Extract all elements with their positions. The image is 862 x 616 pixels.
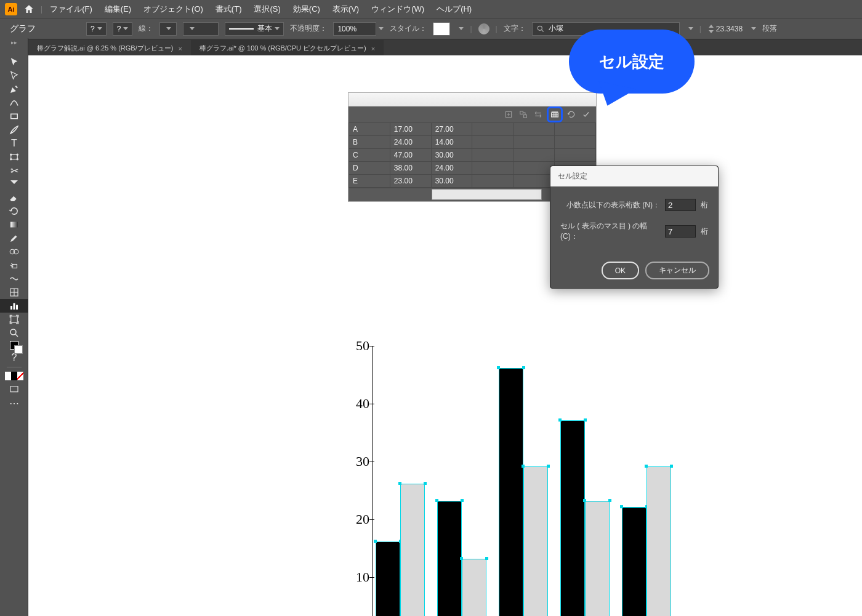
- paintbrush-tool[interactable]: [0, 123, 28, 137]
- ok-button[interactable]: OK: [602, 262, 639, 279]
- gradient-tool[interactable]: [0, 218, 28, 231]
- table-cell[interactable]: [472, 162, 514, 175]
- table-cell[interactable]: [472, 175, 514, 188]
- bar-a-s1[interactable]: [376, 542, 400, 616]
- apply-icon[interactable]: [580, 108, 592, 121]
- bar-b-s1[interactable]: [437, 501, 462, 616]
- app-logo[interactable]: Ai: [5, 3, 17, 15]
- cell-style-icon[interactable]: [547, 106, 563, 122]
- graph-data-titlebar[interactable]: [348, 93, 596, 106]
- opacity-field[interactable]: 100%: [333, 22, 376, 36]
- menu-file[interactable]: ファイル(F): [45, 1, 97, 17]
- table-cell[interactable]: [514, 175, 555, 188]
- menu-window[interactable]: ウィンドウ(W): [366, 1, 429, 17]
- stroke-style-field[interactable]: 基本: [225, 22, 284, 36]
- table-cell[interactable]: 23.00: [390, 175, 431, 188]
- blend-tool[interactable]: [0, 245, 28, 258]
- mesh-tool[interactable]: [0, 286, 28, 299]
- table-cell[interactable]: [514, 136, 555, 149]
- pen-tool[interactable]: [0, 82, 28, 96]
- panel-expand-handle[interactable]: ▸▸: [0, 38, 28, 47]
- bar-d-s1[interactable]: [560, 420, 585, 616]
- table-cell[interactable]: 30.00: [431, 175, 472, 188]
- opacity-dropdown-icon[interactable]: [379, 27, 384, 30]
- direct-selection-tool[interactable]: [0, 69, 28, 82]
- style-dropdown-icon[interactable]: [459, 27, 464, 30]
- cell-width-field[interactable]: [665, 225, 696, 238]
- type-tool[interactable]: T: [0, 137, 28, 150]
- table-cell[interactable]: B: [349, 136, 390, 149]
- cell-entry-field[interactable]: [432, 189, 542, 200]
- stepper-arrows-icon[interactable]: [707, 23, 715, 34]
- table-cell[interactable]: [555, 136, 596, 149]
- table-cell[interactable]: [514, 162, 555, 175]
- bar-c-s2[interactable]: [523, 466, 548, 616]
- bar-c-s1[interactable]: [499, 368, 523, 616]
- menu-select[interactable]: 選択(S): [249, 1, 285, 17]
- eyedropper-tool[interactable]: [0, 231, 28, 245]
- coord-dropdown-icon[interactable]: [751, 27, 756, 30]
- home-icon[interactable]: [23, 4, 34, 15]
- table-cell[interactable]: C: [349, 149, 390, 162]
- decimal-places-field[interactable]: [665, 199, 696, 211]
- font-dropdown-icon[interactable]: [688, 27, 693, 30]
- free-transform-tool[interactable]: [0, 150, 28, 164]
- bar-d-s2[interactable]: [585, 501, 610, 616]
- color-mode-swatches[interactable]: [5, 372, 23, 380]
- menu-format[interactable]: 書式(T): [211, 1, 247, 17]
- fill-stroke-swatch[interactable]: [0, 340, 28, 351]
- bar-b-s2[interactable]: [462, 559, 486, 616]
- coord-stepper[interactable]: 23.3438: [707, 23, 743, 34]
- table-cell[interactable]: [514, 149, 555, 162]
- document-tab-2[interactable]: 棒グラフ.ai* @ 100 % (RGB/CPU ピクセルプレビュー) ×: [191, 40, 384, 57]
- transpose-icon[interactable]: [517, 108, 530, 121]
- table-cell[interactable]: 17.00: [390, 123, 431, 136]
- selection-tool[interactable]: [0, 55, 28, 69]
- table-cell[interactable]: [472, 123, 514, 136]
- table-row[interactable]: B24.0014.00: [349, 136, 596, 149]
- table-cell[interactable]: E: [349, 175, 390, 188]
- curvature-tool[interactable]: [0, 96, 28, 110]
- artboard-tool[interactable]: [0, 313, 28, 326]
- rectangle-tool[interactable]: [0, 110, 28, 123]
- bar-e-s1[interactable]: [622, 507, 647, 616]
- table-cell[interactable]: 14.00: [431, 136, 472, 149]
- bar-a-s2[interactable]: [400, 484, 425, 616]
- recolor-icon[interactable]: [478, 23, 489, 34]
- symbol-sprayer-tool[interactable]: [0, 258, 28, 272]
- table-row[interactable]: A17.0027.00: [349, 123, 596, 136]
- help-field-2[interactable]: ?: [113, 22, 133, 36]
- table-cell[interactable]: 24.00: [431, 162, 472, 175]
- table-cell[interactable]: 24.00: [390, 136, 431, 149]
- screen-mode-tool[interactable]: [0, 383, 28, 396]
- bar-e-s2[interactable]: [647, 466, 671, 616]
- table-cell[interactable]: 47.00: [390, 149, 431, 162]
- eraser-tool[interactable]: [0, 191, 28, 204]
- table-cell[interactable]: [555, 149, 596, 162]
- stroke-profile-field[interactable]: [183, 22, 219, 36]
- column-graph-tool[interactable]: [0, 299, 28, 313]
- rotate-tool[interactable]: [0, 204, 28, 218]
- table-row[interactable]: C47.0030.00: [349, 149, 596, 162]
- zoom-tool[interactable]: [0, 326, 28, 340]
- width-tool[interactable]: [0, 272, 28, 286]
- table-cell[interactable]: D: [349, 162, 390, 175]
- revert-icon[interactable]: [565, 108, 578, 121]
- table-cell[interactable]: A: [349, 123, 390, 136]
- stroke-weight-field[interactable]: [159, 22, 177, 36]
- edit-toolbar[interactable]: ⋯: [0, 396, 28, 410]
- table-cell[interactable]: [472, 136, 514, 149]
- column-graph[interactable]: 50 40 30 20 10: [348, 341, 718, 616]
- help-field-1[interactable]: ?: [86, 22, 107, 36]
- switch-xy-icon[interactable]: [532, 108, 544, 121]
- table-cell[interactable]: [555, 123, 596, 136]
- menu-effect[interactable]: 効果(C): [288, 1, 325, 17]
- menu-view[interactable]: 表示(V): [328, 1, 364, 17]
- table-cell[interactable]: 30.00: [431, 149, 472, 162]
- import-data-icon[interactable]: [502, 108, 515, 121]
- scissors-tool[interactable]: ✂: [0, 164, 28, 177]
- close-icon[interactable]: ×: [178, 45, 182, 52]
- document-tab-1[interactable]: 棒グラフ解説.ai @ 6.25 % (RGB/プレビュー) ×: [28, 40, 191, 57]
- shape-builder-tool[interactable]: [0, 177, 28, 191]
- graphic-style-swatch[interactable]: [433, 22, 450, 36]
